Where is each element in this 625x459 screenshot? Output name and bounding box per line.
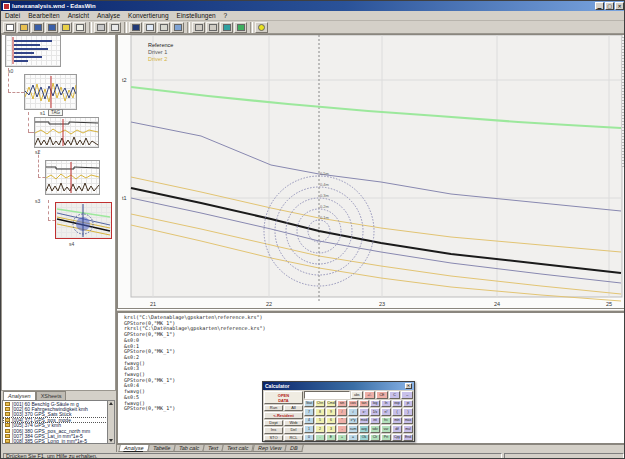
calculator-close-icon[interactable]: ✕ xyxy=(405,383,412,389)
calc-key-sdv[interactable]: sdv xyxy=(370,425,380,433)
channel-list-scrollbar[interactable] xyxy=(107,401,114,443)
thumbnail-s3[interactable] xyxy=(45,160,100,195)
open-data-button[interactable]: OPEN DATA xyxy=(264,391,303,404)
calc-key-mod[interactable]: mod xyxy=(359,417,369,425)
calc-key-var[interactable]: var xyxy=(381,425,391,433)
tab-tab-calc[interactable]: Tab calc xyxy=(173,445,205,452)
tab-db[interactable]: DB xyxy=(284,445,303,452)
calc-key-clr[interactable]: Clr xyxy=(370,434,380,442)
maximize-button[interactable]: ▢ xyxy=(605,2,614,10)
menu-analyse[interactable]: Analyse xyxy=(93,12,124,19)
tool-a-icon[interactable] xyxy=(192,22,205,33)
image-teal-icon[interactable] xyxy=(220,22,233,33)
calc-key-log[interactable]: log xyxy=(370,400,380,408)
calculator-display[interactable] xyxy=(304,391,350,399)
calc-key-item[interactable]: / xyxy=(337,408,347,416)
open-folder-icon[interactable] xyxy=(17,22,30,33)
print-icon[interactable] xyxy=(94,22,107,33)
calc-key-sin[interactable]: sin xyxy=(337,400,347,408)
calc-key-chn[interactable]: Chn xyxy=(315,400,325,408)
menu-konvertierung[interactable]: Konvertierung xyxy=(124,12,172,19)
thumbnail-s0[interactable] xyxy=(5,35,61,67)
calc-key-cmd[interactable]: Cmd xyxy=(326,400,336,408)
calc-key-item[interactable]: +/- xyxy=(364,391,376,399)
calculator-window[interactable]: Calculator ✕ OPEN DATA RunAll<-ResidentD… xyxy=(262,381,415,442)
calc-key-n[interactable]: n! xyxy=(381,408,391,416)
scroll-up-icon[interactable] xyxy=(109,402,113,405)
calc-key-item[interactable]: = xyxy=(348,434,358,442)
menu-datei[interactable]: Datei xyxy=(1,12,24,19)
calc-key-9[interactable]: 9 xyxy=(326,408,336,416)
calc-key-max[interactable]: max xyxy=(403,417,413,425)
calc-key-tan[interactable]: tan xyxy=(359,400,369,408)
tag-marker[interactable]: TAG xyxy=(48,109,63,116)
calc-dept-button[interactable]: Dept xyxy=(264,420,283,426)
print-preview-icon[interactable] xyxy=(108,22,121,33)
title-bar[interactable]: lunexanalysis.wnd - EdasWin ▁▢✕ xyxy=(1,1,625,11)
calc-key-stat[interactable]: Stat xyxy=(304,400,314,408)
image-green-icon[interactable] xyxy=(234,22,247,33)
calc-key-ok[interactable]: Ok xyxy=(359,434,369,442)
chart-window-icon[interactable] xyxy=(143,22,156,33)
calc-key-5[interactable]: 5 xyxy=(315,417,325,425)
calc-key-e[interactable]: E xyxy=(326,434,336,442)
mail-open-icon[interactable] xyxy=(59,22,72,33)
calc-key-item[interactable]: ) xyxy=(403,408,413,416)
zoom-small-icon[interactable] xyxy=(157,22,170,33)
calc-run-button[interactable]: Run xyxy=(264,405,283,411)
calc-key-2[interactable]: 2 xyxy=(315,425,325,433)
calc-key-abs[interactable]: abs xyxy=(351,391,363,399)
calc-all-button[interactable]: All xyxy=(284,405,303,411)
calc-key-1-x[interactable]: 1/x xyxy=(370,408,380,416)
calc-key-item[interactable]: . xyxy=(315,434,325,442)
calc-key-x[interactable]: x² xyxy=(359,408,369,416)
lamp-icon[interactable] xyxy=(255,22,268,33)
calc-rcl-button[interactable]: RCL xyxy=(284,435,303,441)
calc-key-ln[interactable]: ln xyxy=(381,400,391,408)
note-icon[interactable] xyxy=(73,22,86,33)
calc-key-7[interactable]: 7 xyxy=(304,408,314,416)
calc-key-x-y[interactable]: x^y xyxy=(348,417,358,425)
tool-b-icon[interactable] xyxy=(206,22,219,33)
calc-sto-button[interactable]: STO xyxy=(264,435,283,441)
calc-key-cpy[interactable]: Cpy xyxy=(392,434,402,442)
calc-key-0[interactable]: 0 xyxy=(304,434,314,442)
channel-list[interactable]: [001] 60 Beschlg G-Säule m g[002] 60 Fah… xyxy=(2,400,115,444)
calc-key-1[interactable]: 1 xyxy=(304,425,314,433)
calc-key-3[interactable]: 3 xyxy=(326,425,336,433)
chart-dark-icon[interactable] xyxy=(129,22,142,33)
calc-key-item[interactable]: ( xyxy=(392,408,402,416)
calc-key-int[interactable]: int xyxy=(370,417,380,425)
thumbnail-s2[interactable] xyxy=(34,117,99,148)
tab-text-calc[interactable]: Text calc xyxy=(222,445,255,452)
calc-key-c[interactable]: C xyxy=(389,391,401,399)
chart-canvas[interactable]: 2122232425t2t10.1m0.2m0.3m0.4m0.5mRefere… xyxy=(118,35,625,310)
calc-key-ce[interactable]: CE xyxy=(376,391,388,399)
tab-rep-view[interactable]: Rep View xyxy=(252,445,287,452)
calc-key-item[interactable]: * xyxy=(337,417,347,425)
calc-key-mul[interactable]: mul xyxy=(403,425,413,433)
calc-key-4[interactable]: 4 xyxy=(304,417,314,425)
sheet-tab-xsheets[interactable]: XSheets xyxy=(36,391,67,400)
new-document-icon[interactable] xyxy=(3,22,16,33)
calculator-title-bar[interactable]: Calculator ✕ xyxy=(263,382,414,390)
scroll-down-icon[interactable] xyxy=(109,439,113,442)
calc-key-6[interactable]: 6 xyxy=(326,417,336,425)
calc-ins-button[interactable]: Ins xyxy=(264,427,283,433)
calc-key-end[interactable]: End xyxy=(403,434,413,442)
save-icon[interactable] xyxy=(31,22,44,33)
close-button[interactable]: ✕ xyxy=(615,2,624,10)
menu-einstellungen[interactable]: Einstellungen xyxy=(173,12,220,19)
thumbnail-s1[interactable] xyxy=(24,74,77,110)
menu-ansicht[interactable]: Ansicht xyxy=(64,12,93,19)
calc-key-prt[interactable]: Prt xyxy=(381,434,391,442)
tab-tabelle[interactable]: Tabelle xyxy=(147,445,176,452)
calc-key-min[interactable]: min xyxy=(392,417,402,425)
calc-key-item[interactable]: ← xyxy=(401,391,413,399)
save-all-icon[interactable] xyxy=(45,22,58,33)
calc-key-cos[interactable]: cos xyxy=(348,400,358,408)
chart-vertical-scrollbar[interactable] xyxy=(621,37,625,167)
menu-bearbeiten[interactable]: Bearbeiten xyxy=(24,12,63,19)
channel-item[interactable]: [008] 385 GPS_Long_in mm*1e-5 xyxy=(3,439,114,444)
tab-analyse[interactable]: Analyse xyxy=(118,445,149,452)
